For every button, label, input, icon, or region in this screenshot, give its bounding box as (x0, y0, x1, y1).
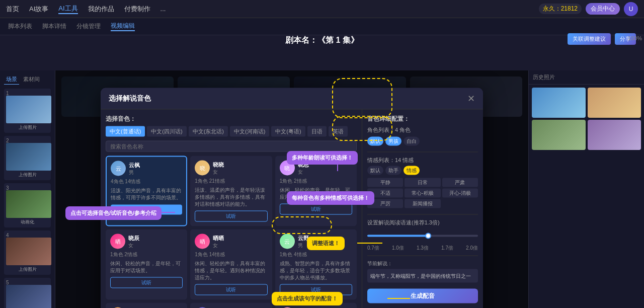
speed-mark-0: 0.7倍 (367, 245, 379, 252)
scene-item-3[interactable]: 3 动画化 (4, 183, 51, 227)
voice-try-btn-3[interactable]: 试听 (280, 204, 352, 215)
history-thumb-3[interactable] (532, 120, 586, 150)
voice-try-btn-1[interactable]: 试听 (111, 205, 182, 215)
scene-label-2: 上传图片 (6, 172, 49, 178)
tab-materials[interactable]: 素材间 (21, 74, 42, 85)
role-tag-boy[interactable]: 男孩 (385, 137, 401, 146)
history-thumb-2[interactable] (588, 88, 641, 118)
emotion-discomfort[interactable]: 不适 (367, 189, 403, 198)
scene-item-2[interactable]: 2 上传图片 (4, 136, 51, 180)
role-tag-narration[interactable]: 自白 (404, 137, 420, 146)
lang-tab-cantonese[interactable]: 中文(粤语) (271, 126, 305, 137)
speed-mark-1: 1.0倍 (392, 245, 404, 252)
emotion-positive[interactable]: 常心-积极 (405, 189, 440, 198)
emotion-main-tags: 默认 助手 情感 (367, 166, 478, 175)
voice-card-1-info: 云枫 男 (129, 161, 140, 176)
voice-search-input[interactable] (106, 141, 357, 152)
emotion-tag-assistant[interactable]: 助手 (385, 166, 401, 175)
voice-try-btn-4[interactable]: 试听 (110, 277, 183, 288)
voice-desc-5: 休闲、轻松的声音，具有丰富的情感，是年轻。遇到各种情况的适应力。 (195, 260, 267, 281)
emotion-tag-default[interactable]: 默认 (367, 166, 383, 175)
lang-tab-sichuan[interactable]: 中文(四川话) (147, 126, 186, 137)
nav-more[interactable]: ... (160, 5, 166, 13)
role-tag-default[interactable]: 默认 (367, 137, 383, 146)
lang-tab-english[interactable]: 英语 (329, 126, 348, 137)
nav-ai-story[interactable]: AI故事 (29, 5, 48, 14)
voice-card-7[interactable]: 晒 晒璃 女 1角色 4情感 成熟、智慧的声音，具有许多情感，是年轻，适合于 (106, 303, 187, 309)
scene-number-2: 2 (6, 138, 9, 143)
user-avatar[interactable]: U (624, 2, 638, 16)
scene-number-5: 5 (6, 280, 9, 285)
emotion-news[interactable]: 新闻播报 (405, 199, 440, 208)
scene-label-3: 动画化 (6, 219, 49, 225)
voice-desc-3: 休闲、轻松的声音，是年轻，可应用于对话场景。 (280, 187, 352, 201)
nav-home[interactable]: 首页 (6, 5, 19, 14)
zoom-level: 100% (628, 35, 642, 41)
voice-try-btn-5[interactable]: 试听 (195, 284, 267, 295)
lang-tab-mandarin[interactable]: 中文(普通话) (106, 126, 145, 137)
voice-try-btn-2[interactable]: 试听 (195, 211, 267, 222)
voice-card-8[interactable]: 晒 晒双 女 1角色 4情感 成熟、智慧的声音，具有许多情感，是年轻，适合于 (190, 303, 272, 309)
voice-card-5-header: 晒 晒晒 女 (195, 234, 267, 249)
voice-meta-4: 1角色 2情感 (110, 251, 183, 258)
voice-card-3[interactable]: 晓 晓恩 女 1角色 2情感 休闲、轻松的声音，是年轻，可应用于对话场景。 (275, 156, 357, 226)
scene-label-4: 上传图片 (6, 266, 49, 273)
emotion-serious[interactable]: 严肃 (442, 178, 478, 187)
speed-thumb[interactable] (425, 233, 431, 239)
voice-card-5[interactable]: 晒 晒晒 女 1角色 14情感 休闲、轻松的声音，具有丰富的情感，是年轻。遇 (190, 229, 272, 300)
history-thumb-4[interactable] (588, 120, 641, 150)
lang-tab-henan[interactable]: 中文(河南话) (230, 126, 269, 137)
voice-card-2[interactable]: 晓 晓晓 女 1角色 21情感 活泼、温柔的声音，是年轻活泼多情感的，具有许 (190, 156, 272, 226)
lang-tab-japanese[interactable]: 日语 (307, 126, 327, 137)
emotion-strict[interactable]: 严厉 (367, 199, 403, 208)
select-label: 选择音色： (106, 115, 357, 123)
emotion-negative[interactable]: 开心-消极 (442, 189, 478, 198)
role-tags: 默认 男孩 自白 (367, 137, 478, 146)
modal-header: 选择解说音色 ✕ (101, 88, 483, 110)
voice-desc-1: 活泼、阳光的声音，具有丰富的情感，可用于许多不同的场景。 (111, 187, 182, 201)
voice-card-6[interactable]: 云 云野 男 1角色 4情感 成熟、智慧的声音，具有许多情感，是年轻，适合于 (275, 229, 357, 300)
scene-item-1[interactable]: 1 上传图片 (4, 89, 51, 133)
scene-number-3: 3 (6, 185, 9, 191)
preview-section: 节前解说： 端午节，又称端阳节，是中国的传统节日之一 (367, 260, 478, 283)
scene-item-5[interactable]: 5 动画化 (4, 278, 51, 308)
lang-tab-dongbei[interactable]: 中文(东北话) (189, 126, 228, 137)
voice-card-9[interactable]: 晒 晒伊 女 1角色 2情感 ... 试听 (275, 303, 357, 309)
voice-try-btn-6[interactable]: 试听 (280, 284, 352, 295)
generate-dubbing-button[interactable]: 生成配音 (367, 289, 478, 303)
member-center-button[interactable]: 会员中心 (586, 3, 620, 15)
emotion-calm[interactable]: 平静 (367, 178, 403, 187)
adjust-suggestions-button[interactable]: 关联调整建议 (568, 33, 611, 45)
nav-my-works[interactable]: 我的作品 (88, 5, 114, 14)
subnav-video-edit[interactable]: 视频编辑 (111, 22, 135, 31)
scene-item-4[interactable]: 4 上传图片 (4, 230, 51, 275)
voice-grid: 云 云枫 男 4角色 14情感 活泼、阳光的声音，具有丰富的情感，可用于许多 (106, 156, 357, 309)
role-config-section: 角色列表：4 角色 默认 男孩 自白 (367, 126, 478, 146)
voice-card-3-info: 晓恩 女 (298, 161, 309, 175)
speed-track (367, 235, 478, 237)
tab-scenes[interactable]: 场景 (4, 74, 19, 85)
subnav-script-list[interactable]: 脚本列表 (8, 22, 32, 31)
scene-number-1: 1 (6, 91, 9, 96)
voice-avatar-6: 云 (280, 234, 295, 249)
voice-card-4[interactable]: 晒 晓辰 女 1角色 2情感 休闲、轻松的声音，是年轻，可应用于对话场景。 (106, 229, 187, 300)
voice-desc-2: 活泼、温柔的声音，是年轻活泼多情感的，具有许多情感，具有对话和情感对话的能力。 (195, 187, 267, 208)
subnav-script-detail[interactable]: 脚本详情 (42, 22, 66, 31)
emotion-tag-active[interactable]: 情感 (404, 166, 420, 175)
history-thumbnails (529, 85, 644, 153)
voice-card-3-header: 晓 晓恩 女 (280, 161, 352, 176)
subnav-storyboard[interactable]: 分镜管理 (76, 22, 101, 31)
nav-ai-tools[interactable]: AI工具 (58, 4, 77, 14)
voice-card-1-header: 云 云枫 男 (111, 161, 182, 176)
voice-card-1[interactable]: 云 云枫 男 4角色 14情感 活泼、阳光的声音，具有丰富的情感，可用于许多 (106, 156, 187, 226)
nav-paid[interactable]: 付费制作 (124, 5, 150, 14)
voice-name-5: 晒晒 (213, 234, 224, 242)
voice-avatar-2: 晓 (195, 161, 210, 176)
left-panel: 场景 素材间 1 上传图片 2 上传图片 3 (0, 70, 55, 308)
voice-name-4: 晓辰 (128, 234, 139, 242)
history-thumb-1[interactable] (532, 88, 586, 118)
sub-navigation: 脚本列表 脚本详情 分镜管理 视频编辑 剧本名：《第 1 集》 关联调整建议 分… (0, 18, 644, 35)
emotion-daily[interactable]: 日常 (405, 178, 440, 187)
modal-close-button[interactable]: ✕ (467, 93, 475, 104)
voice-card-2-header: 晓 晓晓 女 (195, 161, 267, 176)
